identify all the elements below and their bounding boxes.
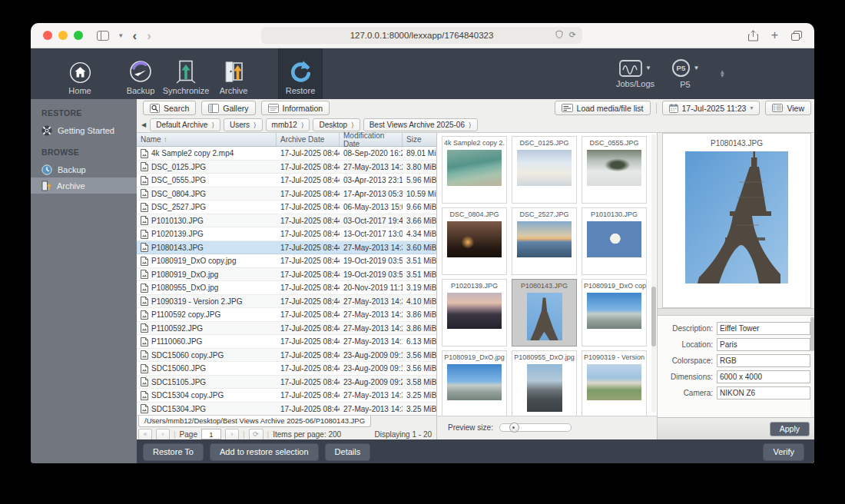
column-header-size[interactable]: Size: [403, 133, 436, 146]
table-row[interactable]: SDC15105.JPG17-Jul-2025 08:4423-Aug-2009…: [137, 376, 436, 390]
gallery-card[interactable]: 4k Sample2 copy 2.: [442, 136, 507, 204]
gallery-card[interactable]: P1090319 - Version: [582, 350, 647, 415]
toolbar-collapse-icon[interactable]: ▴▾: [721, 70, 724, 78]
date-picker[interactable]: 17-Jul-2025 11:23 ▾: [662, 101, 760, 115]
breadcrumb-item-0[interactable]: Default Archive⟩: [150, 118, 220, 131]
tabs-overview-icon[interactable]: [791, 31, 802, 41]
privacy-shield-icon[interactable]: [555, 30, 564, 40]
back-icon[interactable]: ‹: [133, 29, 138, 42]
gallery-scrollbar-thumb[interactable]: [651, 287, 656, 346]
breadcrumb-item-4[interactable]: Best Views Archive 2025-06⟩: [363, 118, 478, 131]
table-row[interactable]: P1080955_DxO.jpg17-Jul-2025 08:4420-Nov-…: [137, 281, 436, 295]
share-icon[interactable]: [748, 30, 758, 41]
restore-arrow-icon: [288, 59, 313, 84]
gallery-card[interactable]: P1080143.JPG: [512, 279, 577, 346]
gallery-card[interactable]: P1080919_DxO cop: [582, 279, 647, 346]
verify-button[interactable]: Verify: [763, 443, 804, 461]
table-row[interactable]: P1100592 copy.JPG17-Jul-2025 08:4427-May…: [137, 308, 436, 322]
jobs-logs-dropdown-icon[interactable]: ▼: [645, 65, 651, 71]
search-button[interactable]: Search: [143, 101, 196, 115]
gallery-button[interactable]: Gallery: [201, 101, 255, 115]
table-row[interactable]: P1100592.JPG17-Jul-2025 08:4427-May-2013…: [137, 322, 436, 336]
modification-date-cell: 19-Oct-2019 03:52: [340, 257, 403, 265]
metadata-scrollbar[interactable]: [810, 316, 814, 417]
table-row[interactable]: P1010130.JPG17-Jul-2025 08:4403-Oct-2017…: [137, 214, 436, 228]
refresh-icon[interactable]: ⟳: [249, 429, 263, 440]
gallery-card[interactable]: DSC_2527.JPG: [512, 207, 577, 275]
reload-icon[interactable]: ⟳: [569, 30, 576, 40]
column-header-modification-date[interactable]: Modification Date: [340, 133, 403, 146]
gallery-card[interactable]: DSC_0555.JPG: [582, 136, 647, 204]
metadata-field-input-location[interactable]: [717, 338, 810, 351]
metadata-field-input-dimensions[interactable]: [717, 370, 810, 383]
sidebar-item-archive[interactable]: Archive: [31, 177, 137, 194]
table-row[interactable]: 4k Sample2 copy 2.mp417-Jul-2025 08:4408…: [137, 147, 436, 161]
metadata-field-input-camera[interactable]: [717, 386, 810, 400]
table-row[interactable]: DSC_0555.JPG17-Jul-2025 08:4403-Apr-2013…: [137, 174, 436, 187]
p5-dropdown-icon[interactable]: ▼: [694, 65, 700, 71]
first-page-button[interactable]: «: [138, 429, 152, 440]
gallery-scrollbar[interactable]: [651, 134, 656, 413]
nav-home[interactable]: Home: [53, 48, 107, 99]
table-row[interactable]: DSC_2527.JPG17-Jul-2025 08:4406-May-2013…: [137, 201, 436, 214]
gallery-card[interactable]: P1010130.JPG: [582, 207, 647, 275]
file-icon: [141, 189, 148, 198]
jobs-logs-button[interactable]: ▼ Jobs/Logs: [607, 60, 664, 88]
sidebar-item-getting-started[interactable]: Getting Started: [31, 122, 137, 138]
minimize-button[interactable]: [58, 31, 68, 40]
apply-button[interactable]: Apply: [770, 422, 810, 436]
table-row[interactable]: P1080919_DxO.jpg17-Jul-2025 08:4419-Oct-…: [137, 268, 436, 282]
table-row[interactable]: SDC15060 copy.JPG17-Jul-2025 08:4423-Aug…: [137, 349, 436, 363]
archive-date-cell: 17-Jul-2025 08:44: [277, 257, 340, 265]
table-row[interactable]: SDC15304 copy.JPG17-Jul-2025 08:4427-May…: [137, 389, 436, 403]
address-bar[interactable]: 127.0.0.1:8000/lexxapp/1764840323 ⟳: [261, 27, 582, 44]
chevron-down-icon[interactable]: ▾: [119, 32, 123, 39]
information-button[interactable]: Information: [261, 101, 330, 115]
column-header-archive-date[interactable]: Archive Date: [277, 133, 340, 146]
metadata-field-input-colorspace[interactable]: [717, 354, 810, 367]
breadcrumb-item-1[interactable]: Users⟩: [224, 118, 263, 131]
table-row[interactable]: P1080143.JPG17-Jul-2025 08:4427-May-2013…: [137, 241, 436, 255]
close-button[interactable]: [43, 31, 52, 40]
page-input[interactable]: [201, 429, 221, 439]
gallery-card[interactable]: P1080955_DxO.jpg: [512, 350, 577, 415]
breadcrumb-chevron-icon: ⟩: [301, 121, 304, 129]
table-row[interactable]: P1080919_DxO copy.jpg17-Jul-2025 08:4419…: [137, 254, 436, 268]
details-button[interactable]: Details: [325, 443, 371, 461]
pane-splitter[interactable]: [658, 308, 814, 316]
breadcrumb-item-2[interactable]: mmb12⟩: [266, 118, 310, 131]
sidebar-toggle-icon[interactable]: [97, 31, 109, 41]
metadata-field-input-description[interactable]: [717, 322, 810, 335]
new-tab-icon[interactable]: +: [771, 28, 778, 42]
table-row[interactable]: DSC_0125.JPG17-Jul-2025 08:4427-May-2013…: [137, 161, 436, 174]
gallery-card[interactable]: P1080919_DxO.jpg: [442, 350, 507, 415]
zoom-button[interactable]: [74, 31, 83, 40]
table-row[interactable]: P1090319 - Version 2.JPG17-Jul-2025 08:4…: [137, 295, 436, 309]
table-row[interactable]: SDC15304.JPG17-Jul-2025 08:4427-May-2013…: [137, 403, 436, 416]
breadcrumb-back-icon[interactable]: ◀: [141, 121, 146, 128]
view-button[interactable]: View: [765, 101, 811, 115]
table-row[interactable]: P1020139.JPG17-Jul-2025 08:4413-Oct-2017…: [137, 227, 436, 241]
nav-archive[interactable]: Archive: [207, 48, 260, 99]
load-media-button[interactable]: Load media/file list: [555, 101, 651, 115]
table-row[interactable]: P1110060.JPG17-Jul-2025 08:4427-May-2013…: [137, 335, 436, 349]
slider-knob[interactable]: [509, 423, 519, 433]
preview-size-slider[interactable]: [499, 423, 572, 432]
gallery-card[interactable]: DSC_0804.JPG: [442, 207, 507, 275]
table-row[interactable]: DSC_0804.JPG17-Jul-2025 08:4417-Apr-2013…: [137, 187, 436, 201]
gallery-card[interactable]: P1020139.JPG: [442, 279, 507, 346]
column-header-name[interactable]: Name ↑: [137, 133, 277, 146]
archive-date-cell: 17-Jul-2025 08:44: [277, 244, 340, 252]
nav-synchronize[interactable]: Synchronize: [159, 48, 213, 99]
nav-restore[interactable]: Restore: [278, 48, 323, 99]
breadcrumb-item-3[interactable]: Desktop⟩: [313, 118, 360, 131]
table-row[interactable]: SDC15060.JPG17-Jul-2025 08:4423-Aug-2009…: [137, 362, 436, 376]
sidebar-item-backup[interactable]: Backup: [31, 161, 137, 177]
prev-page-button[interactable]: ‹: [156, 429, 170, 440]
p5-button[interactable]: P5 ▼ P5: [664, 58, 707, 89]
gallery-card[interactable]: DSC_0125.JPG: [512, 136, 577, 204]
restore-to-button[interactable]: Restore To: [143, 443, 204, 461]
metadata-scrollbar-thumb[interactable]: [810, 317, 814, 351]
next-page-button[interactable]: ›: [225, 429, 239, 440]
add-to-restore-selection-button[interactable]: Add to restore selection: [210, 443, 319, 461]
